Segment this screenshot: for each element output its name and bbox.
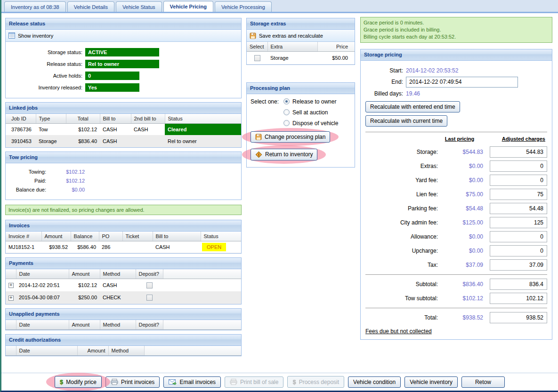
recalculate-entered-end-button[interactable]: Recalculate with entered end time [365, 101, 460, 112]
col-method[interactable]: Method [108, 346, 144, 356]
fee-label: Tax: [365, 262, 443, 268]
cell-select [247, 52, 267, 64]
adjusted-input-city-admin-fee[interactable] [490, 217, 547, 228]
subtotal-last: $836.40 [443, 281, 490, 288]
paid-label: Paid: [8, 178, 51, 184]
fees-due-link[interactable]: Fees due but not collected [365, 328, 432, 335]
processing-plan-body: Select one: Release to owner Sell at auc… [247, 94, 355, 129]
adjusted-input-tow-subtotal[interactable] [490, 293, 547, 304]
col-2nd-bill-to[interactable]: 2nd bill to [131, 114, 165, 124]
vehicle-condition-button[interactable]: Vehicle condition [348, 376, 401, 388]
col-date[interactable]: Date [16, 269, 69, 279]
col-deposit[interactable]: Deposit? [136, 269, 163, 279]
cell-ticket [122, 241, 153, 253]
col-bill-to[interactable]: Bill to [153, 232, 201, 241]
col-type[interactable]: Type [36, 114, 66, 124]
table-row[interactable]: 3786736 Tow $102.12 CASH CASH Cleared [6, 124, 241, 136]
deposit-checkbox[interactable] [146, 295, 153, 301]
tow-subtotal-row: Tow subtotal: $102.12 [365, 293, 547, 304]
adjusted-input-total[interactable] [490, 312, 547, 323]
adjusted-input-allowance[interactable] [490, 231, 547, 242]
save-extras-button[interactable]: Save extras and recalculate [247, 30, 355, 42]
col-po[interactable]: PO [99, 232, 122, 241]
col-amount[interactable]: Amount [69, 320, 100, 330]
cell-method: CASH [100, 279, 136, 292]
col-bill-to[interactable]: Bill to [100, 114, 131, 124]
adjusted-input-lien-fee[interactable] [490, 189, 547, 200]
option-sell-at-auction[interactable]: Sell at auction [283, 109, 338, 116]
col-amount[interactable]: Amount [77, 346, 108, 356]
open-status-badge: OPEN [202, 243, 226, 251]
expand-icon[interactable] [8, 283, 14, 288]
col-method[interactable]: Method [100, 320, 136, 330]
allowance-row: Allowance: $0.00 [365, 231, 547, 242]
processing-plan-title: Processing plan [247, 83, 355, 94]
deposit-checkbox[interactable] [146, 282, 153, 288]
tab-vehicle-processing[interactable]: Vehicle Processing [215, 1, 272, 12]
expand-icon[interactable] [8, 296, 14, 301]
vehicle-inventory-button[interactable]: Vehicle inventory [404, 376, 458, 388]
option-dispose-of-vehicle[interactable]: Dispose of vehicle [283, 120, 338, 127]
adjusted-input-storage[interactable] [490, 146, 547, 158]
table-row[interactable]: 2014-12-02 20:51 $102.12 CASH [6, 279, 241, 292]
tab-vehicle-pricing[interactable]: Vehicle Pricing [163, 1, 213, 12]
col-ticket[interactable]: Ticket [122, 232, 153, 241]
col-total[interactable]: Total [66, 114, 100, 124]
cell-invoice: MJ18152-1 [6, 241, 41, 253]
col-status[interactable]: Status [201, 232, 241, 241]
retow-button[interactable]: Retow [461, 376, 505, 388]
col-job-id[interactable]: Job ID [6, 114, 36, 124]
tab-vehicle-details[interactable]: Vehicle Details [67, 1, 114, 12]
col-select[interactable]: Select [247, 42, 267, 52]
fee-label: Allowance: [365, 233, 443, 240]
tab-inventory[interactable]: Inventory as of 08:38 [4, 1, 66, 12]
col-amount[interactable]: Amount [41, 232, 71, 241]
release-status-row: Release status: Rel to owner [8, 60, 239, 68]
col-price[interactable]: Price [317, 42, 355, 52]
col-amount[interactable]: Amount [69, 269, 100, 279]
col-balance[interactable]: Balance [71, 232, 99, 241]
col-invoice[interactable]: Invoice # [6, 232, 41, 241]
inventory-released-badge: Yes [85, 83, 139, 92]
adjusted-input-extras[interactable] [490, 160, 547, 172]
col-date[interactable]: Date [16, 346, 77, 356]
col-filler [163, 320, 241, 330]
return-to-inventory-button[interactable]: ! Return to inventory [251, 149, 317, 160]
table-row[interactable]: 2015-04-30 08:07 $250.00 CHECK [6, 291, 241, 304]
option-release-to-owner[interactable]: Release to owner [283, 98, 338, 105]
col-deposit[interactable]: Deposit? [136, 320, 163, 330]
radio-icon[interactable] [283, 109, 290, 115]
email-invoices-button[interactable]: Email invoices [163, 376, 221, 388]
end-time-input[interactable] [406, 77, 518, 88]
table-row[interactable]: MJ18152-1 $938.52 $586.40 286 CASH OPEN [6, 241, 241, 253]
print-invoices-button[interactable]: Print invoices [105, 376, 160, 388]
divider [365, 132, 547, 132]
show-inventory-button[interactable]: Show inventory [6, 30, 241, 42]
col-status[interactable]: Status [165, 114, 241, 124]
cell-2nd-bill-to: CASH [131, 124, 165, 136]
radio-icon[interactable] [283, 98, 290, 104]
col-extra[interactable]: Extra [267, 42, 317, 52]
table-row[interactable]: 3910453 Storage $836.40 CASH Rel to owne… [6, 136, 241, 147]
adjusted-input-subtotal[interactable] [490, 279, 547, 290]
fee-label: Parking fee: [365, 205, 443, 212]
modify-price-button[interactable]: $ Modify price [55, 376, 102, 388]
radio-icon[interactable] [283, 120, 290, 126]
adjusted-input-parking-fee[interactable] [490, 203, 547, 214]
select-extra-checkbox[interactable] [254, 55, 260, 61]
change-processing-plan-label: Change processing plan [265, 134, 325, 140]
table-header-row: Select Extra Price [247, 42, 355, 52]
col-method[interactable]: Method [100, 269, 136, 279]
recalculate-current-time-button[interactable]: Recalculate with current time [365, 115, 447, 127]
table-row[interactable]: Storage $50.00 [247, 52, 355, 64]
adjusted-input-upcharge[interactable] [490, 245, 547, 256]
change-processing-plan-button[interactable]: Change processing plan [251, 131, 330, 143]
last-price: $75.00 [443, 191, 490, 198]
adjusted-input-tax[interactable] [490, 259, 547, 271]
adjusted-input-yard-fee[interactable] [490, 175, 547, 186]
cell-job-id: 3910453 [6, 136, 36, 147]
col-date[interactable]: Date [16, 320, 69, 330]
grace-line-3: Billing cycle starts each day at 20:53:5… [364, 33, 549, 40]
tab-vehicle-status[interactable]: Vehicle Status [116, 1, 162, 12]
storage-pricing-panel: Storage pricing Start: 2014-12-02 20:53:… [360, 49, 552, 340]
